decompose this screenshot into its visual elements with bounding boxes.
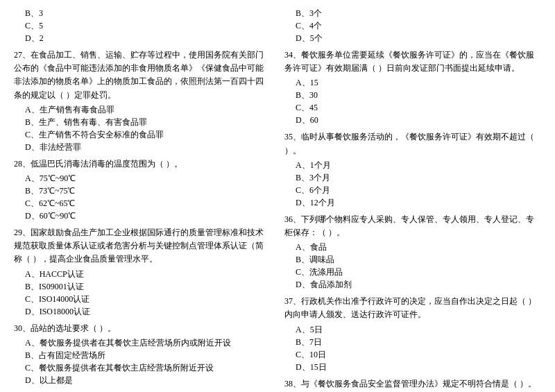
question-29-text: 29、国家鼓励食品生产加工企业根据国际通行的质量管理标准和技术规范获取质量体系认… xyxy=(14,226,271,266)
option-b3-d: D、2 xyxy=(14,32,271,44)
option-rb3-c: C、4个 xyxy=(284,19,541,32)
option-b3-c: C、5 xyxy=(14,19,271,32)
question-34: 34、餐饮服务单位需要延续《餐饮服务许可证》的，应当在《餐饮服务许可证》有效期届… xyxy=(284,49,541,126)
question-37-optD: D、15日 xyxy=(284,361,541,373)
question-27-optB: B、生产、销售有毒、有害食品罪 xyxy=(14,116,271,128)
option-b3-b: B、3 xyxy=(14,7,271,19)
question-27: 27、在食品加工、销售、运输、贮存等过程中，使用国务院有关部门公布的《食品中可能… xyxy=(14,49,271,153)
question-28-optB: B、73℃~75℃ xyxy=(14,185,271,197)
question-34-optB: B、30 xyxy=(284,89,541,101)
question-37-text: 37、行政机关作出准予行政许可的决定，应当自作出决定之日起（ ）内向申请人颁发、… xyxy=(284,295,541,321)
question-35: 35、临时从事餐饮服务活动的，《餐饮服务许可证》有效期不超过（ ）。 A、1个月… xyxy=(284,130,541,208)
question-30: 30、品站的选址要求（ ）。 A、餐饮服务提供者在其餐饮主店经营场所内或附近开设… xyxy=(14,322,271,386)
option-rb3-b: B、3个 xyxy=(284,7,541,19)
question-b3: B、3 C、5 D、2 xyxy=(14,7,271,44)
question-38-text: 38、与《餐饮服务食品安全监督管理办法》规定不明符合情是（ ）。 xyxy=(284,377,541,391)
question-35-optD: D、12个月 xyxy=(284,196,541,209)
question-29-optB: B、IS09001认证 xyxy=(14,280,271,293)
question-37-optC: C、10日 xyxy=(284,348,541,361)
question-38: 38、与《餐饮服务食品安全监督管理办法》规定不明符合情是（ ）。 A、在餐饮加工… xyxy=(284,377,541,393)
question-36: 36、下列哪个物料应专人采购、专人保管、专人领用、专人登记、专柜保存：（ ）。 … xyxy=(284,213,541,291)
question-29: 29、国家鼓励食品生产加工企业根据国际通行的质量管理标准和技术规范获取质量体系认… xyxy=(14,226,271,318)
question-37-optA: A、5日 xyxy=(284,323,541,336)
question-36-optB: B、调味品 xyxy=(284,253,541,266)
question-27-text: 27、在食品加工、销售、运输、贮存等过程中，使用国务院有关部门公布的《食品中可能… xyxy=(14,49,271,102)
question-34-text: 34、餐饮服务单位需要延续《餐饮服务许可证》的，应当在《餐饮服务许可证》有效期届… xyxy=(284,49,541,75)
question-36-optD: D、食品添加剂 xyxy=(284,278,541,291)
question-35-optA: A、1个月 xyxy=(284,159,541,171)
left-column: B、3 C、5 D、2 27、在食品加工、销售、运输、贮存等过程中，使用国务院有… xyxy=(14,7,271,392)
question-29-optA: A、HACCP认证 xyxy=(14,268,271,280)
question-35-optB: B、3个月 xyxy=(284,171,541,184)
question-30-optB: B、占有固定经营场所 xyxy=(14,349,271,361)
question-29-optD: D、ISO18000认证 xyxy=(14,305,271,318)
question-28-text: 28、低温巴氏消毒法消毒的温度范围为（ ）。 xyxy=(14,157,271,171)
question-28-optA: A、75℃~90℃ xyxy=(14,172,271,185)
question-35-optC: C、6个月 xyxy=(284,184,541,196)
question-27-optC: C、生产销售不符合安全标准的食品罪 xyxy=(14,128,271,141)
question-36-optA: A、食品 xyxy=(284,241,541,253)
question-29-optC: C、ISO14000认证 xyxy=(14,293,271,305)
question-30-optD: D、以上都是 xyxy=(14,374,271,386)
question-37: 37、行政机关作出准予行政许可的决定，应当自作出决定之日起（ ）内向申请人颁发、… xyxy=(284,295,541,373)
question-27-optA: A、生产销售有毒食品罪 xyxy=(14,103,271,116)
question-36-optC: C、洗涤用品 xyxy=(284,266,541,278)
question-30-optA: A、餐饮服务提供者在其餐饮主店经营场所内或附近开设 xyxy=(14,336,271,349)
question-34-optA: A、15 xyxy=(284,76,541,89)
question-28-optD: D、60℃~90℃ xyxy=(14,210,271,222)
question-37-optB: B、7日 xyxy=(284,336,541,348)
question-28-optC: C、62℃~65℃ xyxy=(14,197,271,210)
question-30-optC: C、餐饮服务提供者在其餐饮主店经营场所附近开设 xyxy=(14,361,271,374)
question-34-optD: D、60 xyxy=(284,114,541,126)
question-30-text: 30、品站的选址要求（ ）。 xyxy=(14,322,271,335)
question-36-text: 36、下列哪个物料应专人采购、专人保管、专人领用、专人登记、专柜保存：（ ）。 xyxy=(284,213,541,239)
question-28: 28、低温巴氏消毒法消毒的温度范围为（ ）。 A、75℃~90℃ B、73℃~7… xyxy=(14,157,271,222)
question-35-text: 35、临时从事餐饮服务活动的，《餐饮服务许可证》有效期不超过（ ）。 xyxy=(284,130,541,157)
option-rb3-d: D、5个 xyxy=(284,32,541,44)
question-27-optD: D、非法经营罪 xyxy=(14,141,271,153)
question-r-b3: B、3个 C、4个 D、5个 xyxy=(284,7,541,44)
question-34-optC: C、45 xyxy=(284,101,541,114)
page-container: B、3 C、5 D、2 27、在食品加工、销售、运输、贮存等过程中，使用国务院有… xyxy=(14,7,541,392)
right-column: B、3个 C、4个 D、5个 34、餐饮服务单位需要延续《餐饮服务许可证》的，应… xyxy=(284,7,541,392)
